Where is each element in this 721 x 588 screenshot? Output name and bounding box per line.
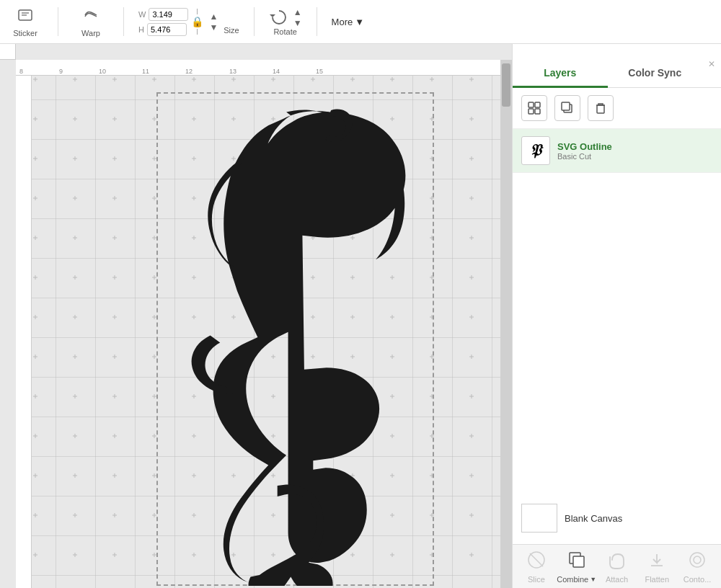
svg-marker-3: [270, 14, 275, 17]
panel-close-button[interactable]: ✕: [702, 59, 721, 69]
svg-point-19: [690, 553, 704, 567]
size-label: Size: [224, 26, 239, 35]
canvas-thumbnail: [521, 504, 557, 533]
divider-1: [58, 7, 58, 36]
sticker-icon: [17, 6, 34, 27]
ruler-tick-15: 15: [316, 68, 323, 75]
lock-proportions-button[interactable]: 🔒: [191, 9, 203, 35]
divider-3: [254, 7, 255, 36]
flatten-label: Flatten: [645, 575, 669, 584]
rotate-button[interactable]: [269, 7, 289, 27]
svg-line-15: [530, 553, 543, 566]
attach-label: Attach: [606, 575, 628, 584]
svg-rect-13: [597, 105, 604, 113]
svg-rect-9: [528, 109, 534, 114]
slice-button[interactable]: Slice: [516, 550, 556, 584]
ruler-tick-10: 10: [99, 68, 106, 75]
svg-point-20: [694, 556, 701, 564]
ruler-tick-12: 12: [185, 68, 193, 75]
layer-item-svg[interactable]: 𝔓 SVG Outline Basic Cut: [513, 129, 721, 173]
combine-label: Combine: [557, 575, 588, 584]
svg-rect-10: [535, 109, 540, 114]
contour-icon: [687, 550, 707, 574]
contour-label: Conto...: [684, 575, 712, 584]
group-icon: [527, 101, 541, 115]
svg-rect-8: [535, 102, 540, 107]
divider-4: [317, 7, 317, 36]
more-label: More: [332, 17, 353, 27]
rotate-label: Rotate: [273, 27, 296, 36]
slice-icon: [526, 550, 547, 574]
svg-rect-7: [528, 102, 534, 107]
ruler-corner: [0, 44, 16, 60]
canvas-area[interactable]: 8 9 10 11 12 13 14 15: [0, 44, 512, 588]
panel-bottom-toolbar: Slice Combine ▼: [513, 544, 721, 588]
warp-button[interactable]: Warp: [73, 6, 109, 37]
combine-button[interactable]: Combine ▼: [557, 550, 596, 584]
attach-button[interactable]: Attach: [597, 550, 637, 584]
rotate-up-button[interactable]: ▲: [293, 8, 302, 17]
layer-info: SVG Outline Basic Cut: [557, 141, 712, 161]
height-input[interactable]: [147, 23, 187, 36]
more-dropdown-icon: ▼: [355, 17, 364, 27]
width-input[interactable]: [149, 8, 188, 21]
height-up-button[interactable]: ▲: [209, 12, 218, 21]
rotate-control: ▲ ▼ Rotate: [269, 7, 302, 36]
warp-icon: [82, 6, 99, 27]
ruler-tick-8: 8: [19, 68, 23, 75]
delete-layer-button[interactable]: [588, 95, 614, 121]
ruler-tick-13: 13: [229, 68, 236, 75]
svg-rect-12: [562, 102, 570, 110]
layer-thumbnail: 𝔓: [521, 136, 550, 165]
delete-icon: [593, 101, 608, 115]
height-down-button[interactable]: ▼: [209, 23, 218, 32]
top-toolbar: Sticker Warp W H 🔒: [0, 0, 721, 44]
main-area: 8 9 10 11 12 13 14 15: [0, 44, 721, 588]
flatten-button[interactable]: Flatten: [637, 550, 677, 584]
rotate-down-button[interactable]: ▼: [293, 19, 302, 27]
ruler-tick-11: 11: [142, 68, 149, 75]
more-button[interactable]: More ▼: [332, 17, 365, 27]
tab-color-sync[interactable]: Color Sync: [608, 60, 703, 88]
contour-button[interactable]: Conto...: [678, 550, 717, 584]
layer-actions-bar: [513, 88, 721, 129]
horizontal-ruler: 8 9 10 11 12 13 14 15: [16, 60, 500, 76]
layer-type: Basic Cut: [557, 152, 712, 161]
vertical-scrollbar[interactable]: [500, 60, 512, 588]
sticker-label: Sticker: [13, 29, 37, 37]
ruler-tick-14: 14: [273, 68, 280, 75]
attach-icon: [606, 550, 627, 574]
canvas-label: Blank Canvas: [565, 513, 622, 524]
canvas-label-area: Blank Canvas: [513, 173, 721, 544]
right-panel: Layers Color Sync ✕: [512, 44, 721, 588]
slice-label: Slice: [528, 575, 545, 584]
blank-canvas-item[interactable]: Blank Canvas: [521, 504, 622, 533]
warp-label: Warp: [81, 29, 100, 37]
vertical-ruler: [16, 76, 32, 588]
duplicate-icon: [560, 101, 575, 115]
group-layers-button[interactable]: [521, 95, 547, 121]
sticker-button[interactable]: Sticker: [7, 6, 43, 37]
canvas-grid[interactable]: [16, 60, 500, 588]
tab-layers[interactable]: Layers: [513, 60, 608, 88]
divider-2: [123, 7, 124, 36]
combine-icon: [567, 550, 587, 574]
svg-rect-17: [573, 556, 584, 567]
duplicate-layer-button[interactable]: [554, 95, 580, 121]
layer-name: SVG Outline: [557, 141, 712, 152]
combine-dropdown-icon: ▼: [590, 576, 596, 583]
flatten-icon: [647, 550, 667, 574]
ruler-tick-9: 9: [59, 68, 63, 75]
gothic-p-image: [160, 103, 430, 586]
scrollbar-thumb[interactable]: [502, 63, 510, 107]
panel-tabs: Layers Color Sync ✕: [513, 44, 721, 88]
